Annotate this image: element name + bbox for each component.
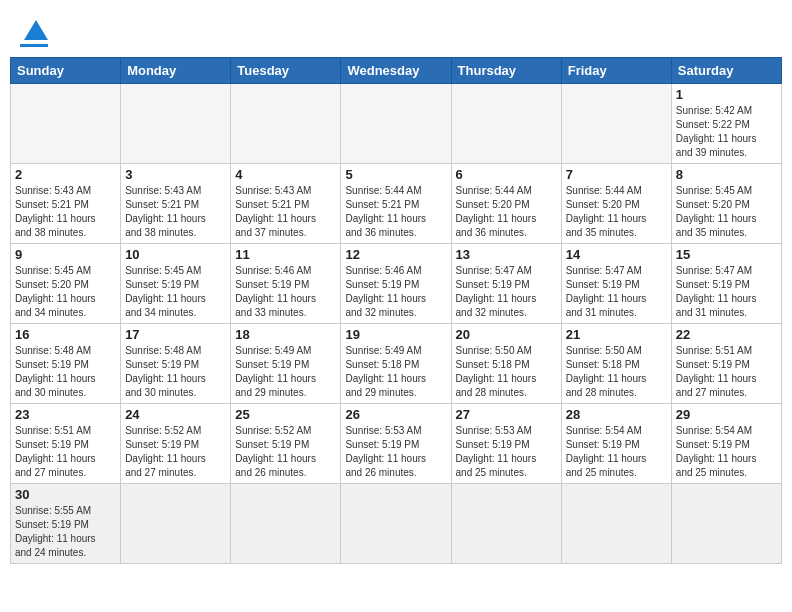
day-number: 23 [15, 407, 116, 422]
calendar-day-cell: 1Sunrise: 5:42 AM Sunset: 5:22 PM Daylig… [671, 84, 781, 164]
calendar-day-cell: 6Sunrise: 5:44 AM Sunset: 5:20 PM Daylig… [451, 164, 561, 244]
calendar-day-cell: 4Sunrise: 5:43 AM Sunset: 5:21 PM Daylig… [231, 164, 341, 244]
calendar-day-cell: 28Sunrise: 5:54 AM Sunset: 5:19 PM Dayli… [561, 404, 671, 484]
day-number: 8 [676, 167, 777, 182]
calendar-day-cell: 9Sunrise: 5:45 AM Sunset: 5:20 PM Daylig… [11, 244, 121, 324]
day-number: 20 [456, 327, 557, 342]
day-info: Sunrise: 5:46 AM Sunset: 5:19 PM Dayligh… [235, 264, 336, 320]
calendar-day-cell [121, 484, 231, 564]
day-info: Sunrise: 5:44 AM Sunset: 5:21 PM Dayligh… [345, 184, 446, 240]
day-number: 15 [676, 247, 777, 262]
day-info: Sunrise: 5:44 AM Sunset: 5:20 PM Dayligh… [566, 184, 667, 240]
day-number: 11 [235, 247, 336, 262]
day-number: 12 [345, 247, 446, 262]
calendar-week-row: 16Sunrise: 5:48 AM Sunset: 5:19 PM Dayli… [11, 324, 782, 404]
calendar-day-cell: 11Sunrise: 5:46 AM Sunset: 5:19 PM Dayli… [231, 244, 341, 324]
calendar-day-cell [451, 84, 561, 164]
calendar-day-cell: 12Sunrise: 5:46 AM Sunset: 5:19 PM Dayli… [341, 244, 451, 324]
logo-triangle-icon [24, 20, 48, 40]
calendar-day-cell [561, 84, 671, 164]
logo [20, 20, 48, 47]
weekday-header-thursday: Thursday [451, 58, 561, 84]
calendar-day-cell [11, 84, 121, 164]
calendar-day-cell: 24Sunrise: 5:52 AM Sunset: 5:19 PM Dayli… [121, 404, 231, 484]
calendar-day-cell: 22Sunrise: 5:51 AM Sunset: 5:19 PM Dayli… [671, 324, 781, 404]
calendar-day-cell: 8Sunrise: 5:45 AM Sunset: 5:20 PM Daylig… [671, 164, 781, 244]
day-number: 17 [125, 327, 226, 342]
day-info: Sunrise: 5:48 AM Sunset: 5:19 PM Dayligh… [125, 344, 226, 400]
day-info: Sunrise: 5:47 AM Sunset: 5:19 PM Dayligh… [676, 264, 777, 320]
weekday-header-friday: Friday [561, 58, 671, 84]
day-number: 26 [345, 407, 446, 422]
day-number: 2 [15, 167, 116, 182]
day-info: Sunrise: 5:52 AM Sunset: 5:19 PM Dayligh… [235, 424, 336, 480]
day-info: Sunrise: 5:49 AM Sunset: 5:19 PM Dayligh… [235, 344, 336, 400]
calendar-day-cell: 29Sunrise: 5:54 AM Sunset: 5:19 PM Dayli… [671, 404, 781, 484]
page-header [10, 10, 782, 52]
day-number: 13 [456, 247, 557, 262]
calendar-day-cell: 19Sunrise: 5:49 AM Sunset: 5:18 PM Dayli… [341, 324, 451, 404]
day-info: Sunrise: 5:50 AM Sunset: 5:18 PM Dayligh… [566, 344, 667, 400]
day-info: Sunrise: 5:42 AM Sunset: 5:22 PM Dayligh… [676, 104, 777, 160]
day-info: Sunrise: 5:44 AM Sunset: 5:20 PM Dayligh… [456, 184, 557, 240]
day-info: Sunrise: 5:43 AM Sunset: 5:21 PM Dayligh… [235, 184, 336, 240]
calendar-day-cell [341, 84, 451, 164]
day-number: 24 [125, 407, 226, 422]
calendar-day-cell: 10Sunrise: 5:45 AM Sunset: 5:19 PM Dayli… [121, 244, 231, 324]
day-number: 18 [235, 327, 336, 342]
day-number: 14 [566, 247, 667, 262]
day-info: Sunrise: 5:48 AM Sunset: 5:19 PM Dayligh… [15, 344, 116, 400]
day-info: Sunrise: 5:45 AM Sunset: 5:19 PM Dayligh… [125, 264, 226, 320]
calendar-day-cell: 20Sunrise: 5:50 AM Sunset: 5:18 PM Dayli… [451, 324, 561, 404]
calendar-day-cell: 30Sunrise: 5:55 AM Sunset: 5:19 PM Dayli… [11, 484, 121, 564]
day-number: 4 [235, 167, 336, 182]
day-info: Sunrise: 5:47 AM Sunset: 5:19 PM Dayligh… [456, 264, 557, 320]
day-info: Sunrise: 5:51 AM Sunset: 5:19 PM Dayligh… [676, 344, 777, 400]
calendar-day-cell: 16Sunrise: 5:48 AM Sunset: 5:19 PM Dayli… [11, 324, 121, 404]
calendar-day-cell: 14Sunrise: 5:47 AM Sunset: 5:19 PM Dayli… [561, 244, 671, 324]
calendar-day-cell [231, 484, 341, 564]
calendar-header-row: SundayMondayTuesdayWednesdayThursdayFrid… [11, 58, 782, 84]
weekday-header-tuesday: Tuesday [231, 58, 341, 84]
calendar-week-row: 30Sunrise: 5:55 AM Sunset: 5:19 PM Dayli… [11, 484, 782, 564]
day-number: 25 [235, 407, 336, 422]
logo-underline [20, 44, 48, 47]
day-info: Sunrise: 5:52 AM Sunset: 5:19 PM Dayligh… [125, 424, 226, 480]
day-number: 1 [676, 87, 777, 102]
day-number: 28 [566, 407, 667, 422]
day-number: 16 [15, 327, 116, 342]
weekday-header-monday: Monday [121, 58, 231, 84]
day-info: Sunrise: 5:55 AM Sunset: 5:19 PM Dayligh… [15, 504, 116, 560]
day-number: 6 [456, 167, 557, 182]
calendar-day-cell [671, 484, 781, 564]
calendar-day-cell: 23Sunrise: 5:51 AM Sunset: 5:19 PM Dayli… [11, 404, 121, 484]
day-info: Sunrise: 5:46 AM Sunset: 5:19 PM Dayligh… [345, 264, 446, 320]
calendar-day-cell [341, 484, 451, 564]
calendar-day-cell: 18Sunrise: 5:49 AM Sunset: 5:19 PM Dayli… [231, 324, 341, 404]
day-number: 21 [566, 327, 667, 342]
calendar-day-cell: 5Sunrise: 5:44 AM Sunset: 5:21 PM Daylig… [341, 164, 451, 244]
calendar-day-cell [451, 484, 561, 564]
day-info: Sunrise: 5:43 AM Sunset: 5:21 PM Dayligh… [125, 184, 226, 240]
day-number: 30 [15, 487, 116, 502]
day-info: Sunrise: 5:45 AM Sunset: 5:20 PM Dayligh… [15, 264, 116, 320]
calendar-day-cell: 21Sunrise: 5:50 AM Sunset: 5:18 PM Dayli… [561, 324, 671, 404]
day-info: Sunrise: 5:53 AM Sunset: 5:19 PM Dayligh… [456, 424, 557, 480]
day-number: 29 [676, 407, 777, 422]
calendar-day-cell: 13Sunrise: 5:47 AM Sunset: 5:19 PM Dayli… [451, 244, 561, 324]
weekday-header-saturday: Saturday [671, 58, 781, 84]
day-info: Sunrise: 5:54 AM Sunset: 5:19 PM Dayligh… [676, 424, 777, 480]
day-number: 7 [566, 167, 667, 182]
calendar-day-cell: 3Sunrise: 5:43 AM Sunset: 5:21 PM Daylig… [121, 164, 231, 244]
weekday-header-sunday: Sunday [11, 58, 121, 84]
calendar-day-cell [561, 484, 671, 564]
calendar-week-row: 2Sunrise: 5:43 AM Sunset: 5:21 PM Daylig… [11, 164, 782, 244]
day-number: 3 [125, 167, 226, 182]
day-info: Sunrise: 5:54 AM Sunset: 5:19 PM Dayligh… [566, 424, 667, 480]
day-info: Sunrise: 5:50 AM Sunset: 5:18 PM Dayligh… [456, 344, 557, 400]
day-info: Sunrise: 5:43 AM Sunset: 5:21 PM Dayligh… [15, 184, 116, 240]
calendar-day-cell: 26Sunrise: 5:53 AM Sunset: 5:19 PM Dayli… [341, 404, 451, 484]
calendar-week-row: 1Sunrise: 5:42 AM Sunset: 5:22 PM Daylig… [11, 84, 782, 164]
day-number: 19 [345, 327, 446, 342]
calendar-day-cell: 25Sunrise: 5:52 AM Sunset: 5:19 PM Dayli… [231, 404, 341, 484]
